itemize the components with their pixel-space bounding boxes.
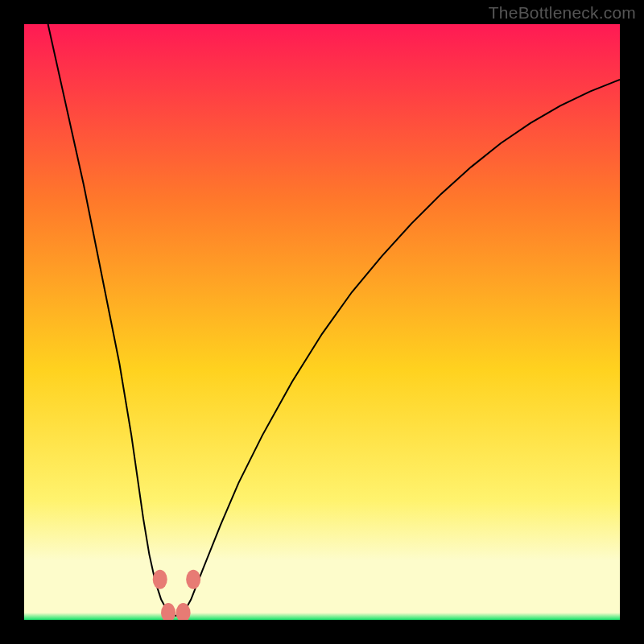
outer-frame: TheBottleneck.com [0, 0, 644, 644]
curve-marker [153, 570, 167, 589]
chart-svg [24, 24, 620, 620]
chart-background [24, 24, 620, 620]
curve-marker [186, 570, 200, 589]
chart-panel [24, 24, 620, 620]
watermark-text: TheBottleneck.com [489, 3, 636, 23]
